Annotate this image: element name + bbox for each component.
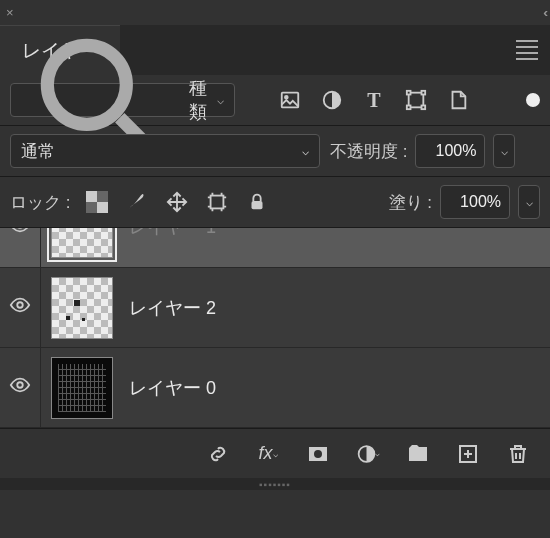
visibility-icon[interactable] [0,294,40,321]
close-icon[interactable]: × [6,5,14,20]
svg-rect-11 [97,202,108,213]
filter-pixel-icon[interactable] [279,89,301,111]
trash-icon[interactable] [506,442,530,466]
fill-value: 100% [460,193,501,211]
svg-point-20 [314,450,322,458]
layer-item[interactable]: レイヤー 2 [0,268,550,348]
visibility-icon[interactable] [0,374,40,401]
fill-input[interactable]: 100% [440,185,510,219]
layer-name: レイヤー 0 [129,376,216,400]
lock-paint-icon[interactable] [126,191,148,213]
mask-icon[interactable] [306,442,330,466]
svg-rect-10 [86,191,97,202]
lock-transparency-icon[interactable] [86,191,108,213]
layer-name: レイヤー 1 [129,228,216,239]
svg-point-0 [47,45,126,124]
new-layer-icon[interactable] [456,442,480,466]
lock-artboard-icon[interactable] [206,191,228,213]
filter-shape-icon[interactable] [405,89,427,111]
svg-point-18 [17,382,23,388]
blend-mode-select[interactable]: 通常 ⌵ [10,134,320,168]
layer-list: レイヤー 1 レイヤー 2 レイヤー 0 [0,228,550,428]
layer-item[interactable]: レイヤー 1 [0,228,550,268]
filter-adjustment-icon[interactable] [321,89,343,111]
svg-rect-9 [422,106,426,110]
filter-toggle[interactable] [526,93,540,107]
svg-point-17 [17,302,23,308]
group-icon[interactable] [406,442,430,466]
svg-rect-8 [407,106,411,110]
layer-name: レイヤー 2 [129,296,216,320]
lock-all-icon[interactable] [246,191,268,213]
svg-rect-14 [211,196,224,209]
filter-type-select[interactable]: 種類 ⌵ [10,83,235,117]
link-layers-icon[interactable] [206,442,230,466]
chevron-down-icon: ⌵ [302,144,309,158]
filter-text-icon[interactable]: T [363,89,385,111]
opacity-input[interactable]: 100% [415,134,485,168]
filter-smartobject-icon[interactable] [447,89,469,111]
opacity-label: 不透明度 : [330,140,407,163]
fill-label: 塗り : [389,191,432,214]
blend-mode-label: 通常 [21,140,55,163]
fx-icon[interactable]: fx⌵ [256,442,280,466]
adjustment-layer-icon[interactable]: ⌵ [356,442,380,466]
visibility-icon[interactable] [0,228,40,241]
svg-rect-15 [252,201,263,209]
svg-rect-13 [86,202,97,213]
layer-item[interactable]: レイヤー 0 [0,348,550,428]
svg-rect-7 [422,91,426,95]
svg-rect-6 [407,91,411,95]
layer-thumbnail[interactable] [51,228,113,258]
menu-icon[interactable] [516,40,538,60]
filter-type-label: 種類 [189,76,207,124]
resize-grip[interactable]: ▪▪▪▪▪▪▪ [0,478,550,490]
chevron-down-icon: ⌵ [217,93,224,107]
lock-position-icon[interactable] [166,191,188,213]
fill-dropdown[interactable]: ⌵ [518,185,540,219]
svg-point-3 [285,96,288,99]
collapse-icon[interactable]: ‹‹ [543,5,544,20]
svg-rect-12 [97,191,108,202]
lock-label: ロック : [10,191,70,214]
layer-thumbnail[interactable] [51,277,113,339]
opacity-dropdown[interactable]: ⌵ [493,134,515,168]
layer-thumbnail[interactable] [51,357,113,419]
opacity-value: 100% [436,142,477,160]
